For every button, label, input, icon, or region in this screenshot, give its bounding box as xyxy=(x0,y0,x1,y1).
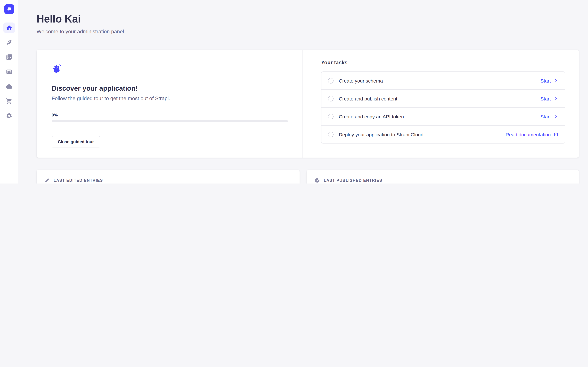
task-label: Create and publish content xyxy=(339,96,398,101)
sidebar-divider xyxy=(0,18,18,18)
guided-tour-card: Discover your application! Follow the gu… xyxy=(37,50,579,158)
sidebar-item-content-type-builder[interactable] xyxy=(3,67,15,77)
external-link-icon xyxy=(554,132,558,137)
strapi-logo[interactable] xyxy=(4,4,14,14)
sidebar-item-home[interactable] xyxy=(3,23,15,33)
widget-label: LAST PUBLISHED ENTRIES xyxy=(324,178,382,183)
chevron-right-icon xyxy=(554,96,558,101)
home-icon xyxy=(6,25,12,31)
sidebar-item-settings[interactable] xyxy=(3,111,15,121)
main-content: Hello Kai Welcome to your administration… xyxy=(18,0,588,184)
tasks-title: Your tasks xyxy=(321,60,565,66)
task-start-link[interactable]: Start xyxy=(540,78,558,83)
feather-pen-icon xyxy=(6,39,12,46)
pencil-icon xyxy=(44,178,50,183)
task-status-circle xyxy=(328,114,334,119)
page-title: Hello Kai xyxy=(37,13,579,25)
page-subtitle: Welcome to your administration panel xyxy=(37,28,579,35)
task-label: Deploy your application to Strapi Cloud xyxy=(339,132,424,137)
task-row: Create and publish content Start xyxy=(321,90,565,108)
sidebar-item-content-manager[interactable] xyxy=(3,37,15,48)
chevron-right-icon xyxy=(554,114,558,119)
tasks-pane: Your tasks Create your schema Start Crea… xyxy=(303,50,579,158)
task-list: Create your schema Start Create and publ… xyxy=(321,71,565,143)
task-status-circle xyxy=(328,96,334,101)
task-start-link[interactable]: Start xyxy=(540,114,558,119)
sidebar-item-media-library[interactable] xyxy=(3,52,15,62)
last-published-entries-card: LAST PUBLISHED ENTRIES xyxy=(307,170,579,184)
guided-tour-pane: Discover your application! Follow the gu… xyxy=(37,50,303,158)
marketplace-cart-icon xyxy=(6,98,12,104)
sidebar-item-marketplace[interactable] xyxy=(3,96,15,106)
cloud-icon xyxy=(6,83,12,90)
task-row: Create your schema Start xyxy=(321,72,565,90)
task-read-documentation-link[interactable]: Read documentation xyxy=(506,132,558,137)
task-status-circle xyxy=(328,78,334,83)
progress-percent-label: 0% xyxy=(52,113,287,117)
task-row: Create and copy an API token Start xyxy=(321,108,565,125)
last-edited-entries-card: LAST EDITED ENTRIES xyxy=(37,170,300,184)
settings-gear-icon xyxy=(6,113,12,119)
guided-tour-description: Follow the guided tour to get the most o… xyxy=(52,96,287,101)
media-library-icon xyxy=(6,54,12,60)
waving-hand-icon xyxy=(52,64,61,73)
task-status-circle xyxy=(328,132,334,137)
widget-label: LAST EDITED ENTRIES xyxy=(53,178,103,183)
sidebar-item-strapi-cloud[interactable] xyxy=(3,81,15,92)
chevron-right-icon xyxy=(554,78,558,83)
widgets-row-1: LAST EDITED ENTRIES xyxy=(37,170,579,184)
layout-builder-icon xyxy=(6,68,12,75)
task-label: Create and copy an API token xyxy=(339,114,404,119)
task-label: Create your schema xyxy=(339,78,383,83)
sidebar-nav xyxy=(3,23,15,121)
task-start-link[interactable]: Start xyxy=(540,96,558,101)
sidebar: KD xyxy=(0,0,18,184)
task-row: Deploy your application to Strapi Cloud … xyxy=(321,125,565,143)
progress-bar xyxy=(52,120,288,122)
guided-tour-title: Discover your application! xyxy=(52,84,287,92)
close-guided-tour-button[interactable]: Close guided tour xyxy=(52,136,100,147)
strapi-admin-home: KD Hello Kai Welcome to your administrat… xyxy=(0,0,588,184)
check-circle-icon xyxy=(315,178,320,183)
